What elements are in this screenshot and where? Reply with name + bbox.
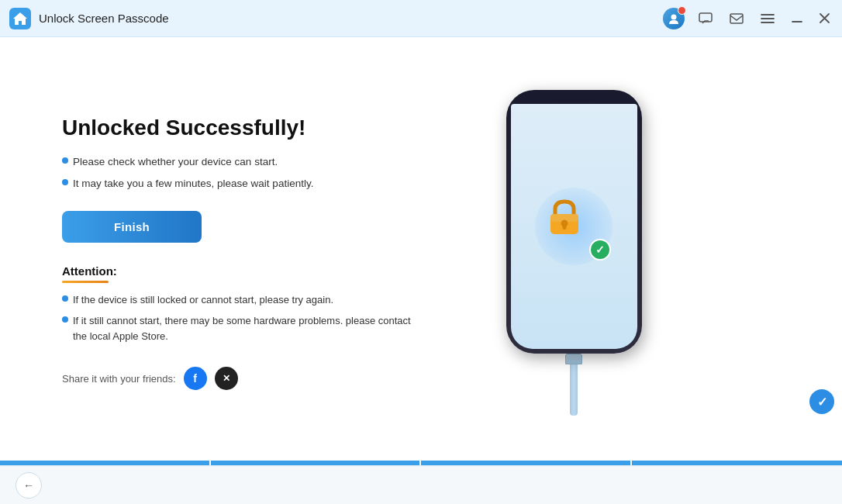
padlock-icon (543, 195, 586, 239)
check-badge: ✓ (589, 239, 611, 261)
home-icon[interactable] (9, 8, 31, 29)
progress-bar (0, 461, 842, 465)
usb-connector-head (565, 354, 582, 364)
app-title: Unlock Screen Passcode (39, 12, 663, 25)
left-panel: Unlocked Successfully! Please check whet… (62, 116, 434, 390)
finish-button[interactable]: Finish (62, 211, 202, 243)
progress-segment-4 (632, 461, 843, 465)
success-bullets: Please check whether your device can sta… (62, 154, 419, 192)
bullet-item-2: It may take you a few minutes, please wa… (62, 176, 419, 192)
main-content: Unlocked Successfully! Please check whet… (0, 37, 842, 461)
usb-wire (570, 364, 578, 416)
twitter-share-button[interactable]: ✕ (215, 367, 238, 390)
svg-rect-13 (563, 224, 567, 230)
attention-dot-1 (62, 295, 68, 302)
right-panel: ✓ (434, 90, 713, 416)
bullet-item-1: Please check whether your device can sta… (62, 154, 419, 170)
attention-underline (62, 281, 109, 283)
chat-button[interactable] (695, 10, 716, 27)
phone-notch (553, 90, 595, 104)
facebook-share-button[interactable]: f (184, 367, 207, 390)
x-icon: ✕ (223, 373, 230, 384)
progress-segment-2 (211, 461, 422, 465)
attention-title: Attention: (62, 264, 419, 278)
user-avatar-icon[interactable] (663, 8, 685, 29)
menu-button[interactable] (757, 12, 778, 26)
phone-illustration: ✓ (506, 90, 642, 416)
attention-item-1: If the device is still locked or cannot … (62, 292, 419, 308)
bullet-dot-1 (62, 157, 68, 164)
bullet-dot-2 (62, 179, 68, 185)
phone-screen: ✓ (511, 104, 637, 349)
progress-segment-3 (421, 461, 632, 465)
social-share-label: Share it with your friends: (62, 373, 176, 385)
attention-section: Attention: If the device is still locked… (62, 264, 419, 344)
attention-dot-2 (62, 316, 68, 323)
lock-icon-container: ✓ (543, 195, 605, 257)
minimize-button[interactable] (789, 12, 806, 25)
success-title: Unlocked Successfully! (62, 116, 419, 140)
attention-list: If the device is still locked or cannot … (62, 292, 419, 344)
title-bar: Unlock Screen Passcode (0, 0, 842, 37)
mail-button[interactable] (726, 10, 747, 27)
svg-rect-3 (730, 14, 743, 23)
close-button[interactable] (816, 12, 833, 25)
back-arrow-icon: ← (23, 479, 34, 492)
attention-item-2: If it still cannot start, there may be s… (62, 313, 419, 343)
phone-body: ✓ (506, 90, 642, 354)
usb-cable (566, 354, 581, 416)
title-bar-actions (663, 8, 833, 29)
svg-point-1 (671, 14, 677, 19)
bottom-nav: ← (0, 465, 842, 504)
back-button[interactable]: ← (16, 472, 42, 499)
corner-check-badge: ✓ (809, 389, 834, 414)
progress-segment-1 (0, 461, 211, 465)
social-share: Share it with your friends: f ✕ (62, 367, 419, 390)
